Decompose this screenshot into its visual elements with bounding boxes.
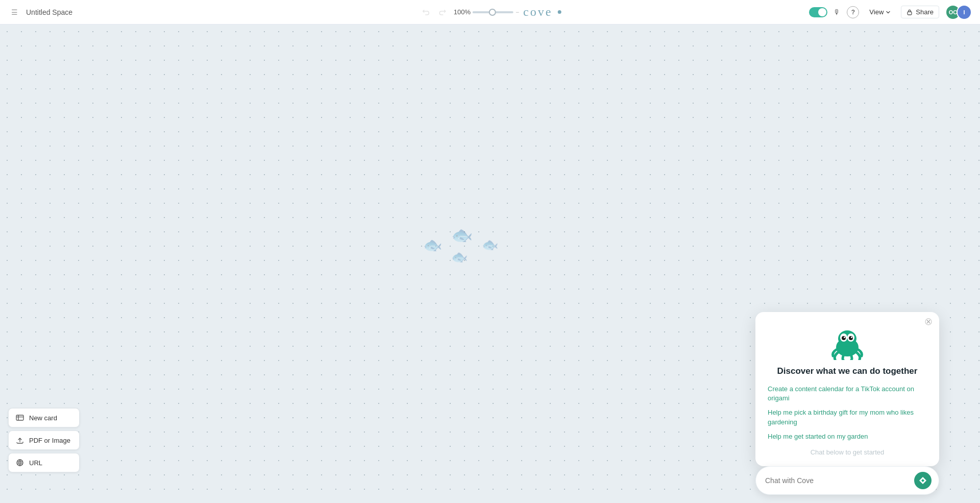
cove-logo: cove (523, 5, 552, 19)
globe-icon (16, 459, 24, 467)
topbar-center: 100% − cove (419, 5, 561, 19)
svg-point-13 (851, 337, 852, 338)
cove-mascot (768, 324, 927, 360)
suggestion-2[interactable]: Help me pick a birthday gift for my mom … (768, 408, 927, 426)
fish-cluster: 🐟 🐟 (451, 225, 473, 265)
avatar-group: OC I (945, 5, 972, 20)
share-button[interactable]: Share (901, 6, 939, 18)
cove-panel: Discover what we can do together Create … (755, 312, 939, 466)
chat-input-bar (755, 466, 939, 495)
new-card-icon (16, 414, 24, 422)
suggestion-3[interactable]: Help me get started on my garden (768, 432, 927, 441)
cove-mascot-svg (827, 324, 868, 360)
redo-button[interactable] (435, 6, 450, 18)
zoom-control: 100% − (454, 8, 519, 16)
url-button[interactable]: URL (8, 453, 80, 472)
bottom-toolbar: New card PDF or Image URL (8, 408, 80, 472)
svg-point-10 (842, 336, 846, 340)
logo-dot-icon (557, 10, 561, 14)
chevron-down-icon (886, 10, 891, 15)
menu-button[interactable]: ☰ (8, 7, 21, 18)
topbar-left: ☰ Untitled Space (8, 7, 805, 18)
chat-send-button[interactable] (914, 472, 932, 489)
close-icon (925, 318, 932, 325)
diamond-icon (919, 476, 927, 485)
mode-toggle[interactable] (809, 7, 827, 17)
svg-rect-0 (908, 12, 912, 15)
new-card-button[interactable]: New card (8, 408, 80, 427)
pdf-image-button[interactable]: PDF or Image (8, 430, 80, 450)
panel-close-button[interactable] (925, 318, 932, 327)
topbar-right: 🎙 ? View Share OC I (809, 5, 972, 20)
svg-rect-1 (16, 415, 23, 420)
fish-icon-4: 🐟 (482, 237, 498, 253)
undo-button[interactable] (419, 6, 433, 18)
fish-decoration: 🐟 🐟 🐟 🐟 (423, 225, 498, 265)
lock-icon (906, 9, 913, 15)
fish-icon-2: 🐟 (451, 225, 473, 245)
undo-redo-group (419, 6, 450, 18)
cove-panel-title: Discover what we can do together (768, 366, 927, 376)
view-button[interactable]: View (865, 6, 895, 18)
mic-icon: 🎙 (834, 8, 841, 16)
avatar-i: I (957, 5, 972, 20)
cove-hint: Chat below to get started (768, 448, 927, 456)
zoom-slider[interactable] (473, 11, 513, 13)
zoom-minus-icon: − (516, 9, 519, 16)
fish-icon-1: 🐟 (423, 236, 442, 254)
upload-icon (16, 436, 24, 444)
suggestion-1[interactable]: Create a content calendar for a TikTok a… (768, 385, 927, 403)
svg-point-12 (844, 337, 845, 338)
svg-point-11 (849, 336, 853, 340)
zoom-level: 100% (454, 8, 471, 16)
fish-icon-3: 🐟 (451, 249, 473, 265)
chat-input[interactable] (765, 476, 914, 485)
help-button[interactable]: ? (847, 6, 859, 18)
topbar: ☰ Untitled Space 100% − cove (0, 0, 980, 25)
space-title: Untitled Space (26, 8, 72, 16)
